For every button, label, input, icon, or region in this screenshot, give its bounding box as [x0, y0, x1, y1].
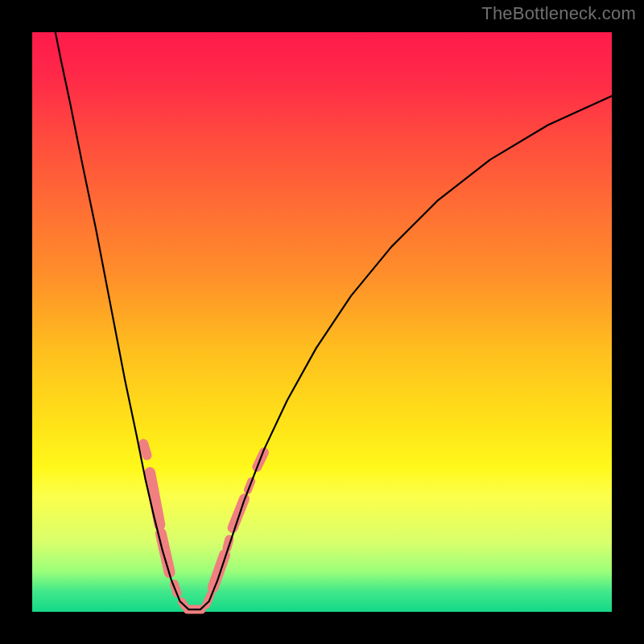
plot-background	[32, 32, 612, 612]
watermark-text: TheBottleneck.com	[481, 3, 636, 24]
chart-frame: TheBottleneck.com	[0, 0, 644, 644]
marker-capsule	[143, 444, 147, 455]
chart-canvas	[0, 0, 644, 644]
